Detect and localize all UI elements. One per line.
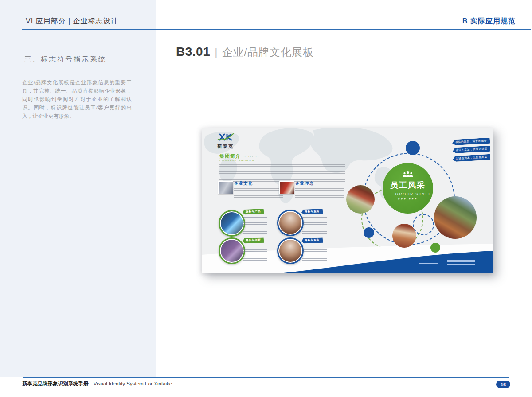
grid-photo-service [277,210,304,236]
accent-dot-blue [364,227,374,238]
microtext-block [234,187,283,199]
grid-ribbon: 业务与产品 [243,209,264,214]
page-title-divider: | [215,46,217,58]
microtext-block [295,187,344,199]
microtext-block [302,217,327,234]
sidebar-section-heading: 三、标志符号指示系统 [24,55,106,64]
photo-circle-cyclist [434,196,477,239]
profile-dots: ·· ··· ·· [243,155,259,158]
microtext-block [302,246,327,262]
accent-dot-blue [406,141,420,155]
section-breadcrumb: VI 应用部分 | 企业标志设计 [26,17,118,26]
badge-title: 员工风采 [383,180,433,191]
footer-text: 新泰克品牌形象识别系统手册 Visual Identity System For… [22,381,172,387]
grid-ribbon: 商务与服务 [301,209,323,214]
badge-subtitle: GROUP STYLE [383,192,433,196]
page-number-badge: 16 [496,381,510,388]
microtext-block [243,246,267,262]
footer-rule [23,377,509,378]
xtk-logo-icon [217,133,235,142]
accent-dot-green [430,243,440,253]
microtext-block [243,217,267,234]
page-title-code: B3.01 [176,45,210,59]
dotted-divider [216,202,345,202]
grid-photo-innovation [219,237,245,264]
grid-photo-service-2 [277,237,304,264]
grid-photo-business [219,210,245,237]
photo-circle-runners [346,185,375,214]
vi-manual-page: VI 应用部分 | 企业标志设计 B 实际应用规范 三、标志符号指示系统 企业/… [0,0,532,397]
badge-chevrons: >>> >>> [383,197,433,201]
profile-heading: 集团简介 ·· ··· ·· [219,153,259,160]
people-icon [383,171,433,179]
grid-ribbon: 商务与服务 [301,237,323,243]
footer-manual-en: Visual Identity System For Xintaike [94,381,172,386]
microtext-block [447,260,475,265]
logo-company-name: 新泰克 [217,144,244,150]
profile-heading-text: 集团简介 [219,153,241,159]
culture-board-poster: 员工风采 GROUP STYLE >>> >>> 诚信的品质，满意的服务 诚信才… [202,128,493,273]
page-title: B3.01 | 企业/品牌文化展板 [176,45,314,59]
chapter-label: B 实际应用规范 [462,17,516,26]
section-heading-concept: 企业理念 [295,181,314,187]
section-heading-culture: 企业文化 [234,181,253,187]
sidebar-description: 企业/品牌文化展板是企业形象信息的重要工具，其完整、统一、品质直接影响企业形象，… [22,78,132,121]
photo-thumbnail-culture [218,181,233,194]
header-rule [22,29,531,30]
microtext-block [219,164,345,174]
poster-logo: 新泰克 [217,133,244,150]
grid-ribbon: 责任与创新 [243,237,264,243]
footer-manual-cn: 新泰克品牌形象识别系统手册 [22,381,89,386]
profile-subheading: COMPANY PROFILE [219,159,255,162]
photo-circle-runner-legs [392,224,416,248]
center-badge: 员工风采 GROUP STYLE >>> >>> [383,163,433,214]
page-title-text: 企业/品牌文化展板 [222,45,314,59]
photo-thumbnail-concept [279,181,294,194]
microtext-block [419,261,438,266]
